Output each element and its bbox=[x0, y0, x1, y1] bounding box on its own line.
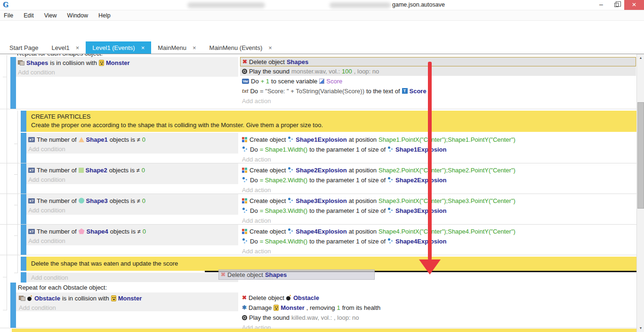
menu-view[interactable]: View bbox=[44, 12, 57, 19]
object-count-icon: x? bbox=[28, 198, 35, 203]
repeat-obstacle-header[interactable]: Repeat for each Obstacle object: bbox=[18, 284, 107, 291]
menu-file[interactable]: File bbox=[4, 12, 13, 19]
text-object-icon: T bbox=[402, 88, 408, 94]
comment-create-particles[interactable]: CREATE PARTICLES Create the proper one a… bbox=[26, 111, 636, 132]
tab-level1[interactable]: Level1× bbox=[45, 41, 86, 54]
event-selection-bar[interactable] bbox=[21, 133, 26, 163]
tab-mainmenu-events[interactable]: MainMenu (Events)× bbox=[203, 41, 279, 54]
annotation-arrow-head bbox=[419, 259, 441, 275]
add-condition-link[interactable]: Add condition bbox=[19, 303, 56, 312]
add-condition-link[interactable]: Add condition bbox=[28, 175, 65, 184]
particles-icon bbox=[387, 146, 394, 152]
tab-start-page[interactable]: Start Page bbox=[3, 41, 45, 54]
action-create-object[interactable]: Create object Shape3Explosion at positio… bbox=[240, 196, 636, 205]
bomb-icon bbox=[27, 295, 32, 301]
title-bar: G game.json.autosave – ✕ bbox=[0, 0, 644, 10]
shape4-icon bbox=[79, 228, 85, 234]
particles-icon bbox=[387, 238, 394, 244]
action-create-object[interactable]: Create object Shape2Explosion at positio… bbox=[240, 165, 636, 175]
variable-icon: Var bbox=[242, 79, 249, 84]
add-action-link[interactable]: Add action bbox=[240, 96, 636, 105]
event-shape2[interactable]: x? The number of Shape2 objects is ≠ 0 A… bbox=[0, 163, 636, 194]
add-condition-link[interactable]: Add condition bbox=[31, 273, 68, 282]
menu-edit[interactable]: Edit bbox=[24, 12, 34, 19]
collision-icon bbox=[18, 60, 24, 65]
object-count-icon: x? bbox=[28, 137, 35, 142]
annotation-arrow-shaft bbox=[428, 62, 432, 260]
event-shape3[interactable]: x? The number of Shape3 objects is ≠ 0 A… bbox=[0, 194, 636, 225]
add-action-link[interactable]: Add action bbox=[240, 185, 636, 194]
sound-icon bbox=[242, 69, 247, 74]
tab-mainmenu[interactable]: MainMenu× bbox=[151, 41, 202, 54]
event-selection-bar[interactable] bbox=[21, 272, 26, 283]
add-action-link[interactable]: Add action bbox=[240, 216, 636, 225]
add-action-link[interactable]: Add action bbox=[240, 246, 636, 256]
particles-icon bbox=[288, 198, 294, 203]
tab-close-icon[interactable]: × bbox=[193, 44, 196, 51]
action-set-text[interactable]: txt Do = "Score: " + ToString(Variable(S… bbox=[240, 86, 636, 96]
event-selection-bar[interactable] bbox=[10, 283, 16, 328]
action-play-sound[interactable]: Play the sound monster.wav, vol.: 100 , … bbox=[240, 66, 636, 76]
close-button[interactable]: ✕ bbox=[624, 0, 644, 10]
tab-close-icon[interactable]: × bbox=[141, 44, 145, 51]
action-set-parameter[interactable]: Do = Shape2.Width() to the parameter 1 o… bbox=[240, 175, 636, 185]
comment-delete-shape[interactable]: Delete the shape that was eaten and upda… bbox=[26, 257, 636, 271]
action-create-object[interactable]: Create object Shape1Explosion at positio… bbox=[240, 135, 636, 144]
event-selection-bar[interactable] bbox=[10, 57, 16, 109]
add-condition-link[interactable]: Add condition bbox=[18, 67, 55, 77]
vertical-scrollbar[interactable]: ▲ ▼ bbox=[636, 54, 644, 332]
add-action-link[interactable]: Add action bbox=[240, 154, 636, 164]
minimize-button[interactable]: – bbox=[594, 0, 608, 10]
comment-body: Create the proper one according to the s… bbox=[31, 121, 323, 129]
particles-icon bbox=[387, 177, 394, 183]
condition-row[interactable]: x? The number of Shape4 objects is ≠ 0 bbox=[28, 227, 146, 236]
restore-button[interactable] bbox=[609, 0, 623, 10]
scrollbar-thumb[interactable] bbox=[637, 102, 644, 209]
event-selection-bar[interactable] bbox=[21, 163, 26, 194]
bomb-icon bbox=[286, 295, 291, 300]
particles-icon bbox=[387, 208, 394, 213]
menu-bar: File Edit View Window Help bbox=[0, 10, 644, 21]
add-condition-link[interactable]: Add condition bbox=[28, 144, 65, 154]
action-play-sound[interactable]: Play the sound killed.wav, vol.: , loop:… bbox=[240, 313, 636, 322]
tab-close-icon[interactable]: × bbox=[76, 44, 80, 51]
scroll-up-icon[interactable]: ▲ bbox=[637, 54, 644, 62]
event-selection-bar[interactable] bbox=[21, 111, 26, 132]
event-selection-bar[interactable] bbox=[21, 225, 26, 255]
event-repeat-shapes[interactable]: Shapes is in collision with Monster Add … bbox=[0, 57, 636, 109]
add-condition-link[interactable]: Add condition bbox=[28, 236, 65, 245]
comment-clipped-bottom[interactable] bbox=[12, 329, 636, 332]
tab-level1-events[interactable]: Level1 (Events)× bbox=[86, 41, 151, 54]
action-set-parameter[interactable]: Do = Shape4.Width() to the parameter 1 o… bbox=[240, 236, 636, 246]
event-selection-bar[interactable] bbox=[21, 194, 26, 224]
dragged-action-ghost[interactable]: ✖ Delete object Shapes bbox=[218, 269, 375, 280]
shape2-icon bbox=[79, 168, 84, 173]
condition-row[interactable]: Obstacle is in collision with Monster bbox=[19, 293, 142, 303]
comment-body: Delete the shape that was eaten and upda… bbox=[31, 260, 178, 267]
menu-help[interactable]: Help bbox=[98, 12, 111, 19]
action-scene-variable[interactable]: Var Do + 1 to scene variable Score bbox=[240, 76, 636, 86]
action-damage-monster[interactable]: ✱ Damage Monster , removing 1 from its h… bbox=[240, 303, 636, 312]
menu-window[interactable]: Window bbox=[67, 12, 88, 19]
event-shape4[interactable]: x? The number of Shape4 objects is ≠ 0 A… bbox=[0, 225, 636, 255]
add-condition-link[interactable]: Add condition bbox=[28, 205, 65, 215]
action-set-parameter[interactable]: Do = Shape3.Width() to the parameter 1 o… bbox=[240, 206, 636, 215]
action-delete-shapes[interactable]: ✖ Delete object Shapes bbox=[240, 57, 636, 66]
scroll-down-icon[interactable]: ▼ bbox=[637, 324, 644, 332]
shape3-icon bbox=[79, 198, 84, 203]
event-repeat-obstacle[interactable]: Repeat for each Obstacle object: Obstacl… bbox=[0, 283, 636, 328]
tab-bar: Start Page Level1× Level1 (Events)× Main… bbox=[0, 41, 644, 54]
delete-icon: ✖ bbox=[221, 272, 225, 277]
condition-row[interactable]: x? The number of Shape2 objects is ≠ 0 bbox=[28, 165, 145, 175]
condition-row[interactable]: Shapes is in collision with Monster bbox=[18, 58, 130, 67]
event-selection-bar[interactable] bbox=[21, 257, 26, 271]
action-delete-obstacle[interactable]: ✖ Delete object Obstacle bbox=[240, 293, 636, 302]
action-create-object[interactable]: Create object Shape4Explosion at positio… bbox=[240, 227, 636, 236]
event-shape1[interactable]: x? The number of Shape1 objects is ≠ 0 A… bbox=[0, 133, 636, 163]
condition-row[interactable]: x? The number of Shape1 objects is ≠ 0 bbox=[28, 135, 145, 144]
action-set-parameter[interactable]: Do = Shape1.Width() to the parameter 1 o… bbox=[240, 145, 636, 154]
tab-close-icon[interactable]: × bbox=[268, 44, 272, 51]
redacted-title-segment bbox=[330, 2, 391, 8]
particles-icon bbox=[288, 137, 294, 142]
condition-row[interactable]: x? The number of Shape3 objects is ≠ 0 bbox=[28, 196, 145, 205]
